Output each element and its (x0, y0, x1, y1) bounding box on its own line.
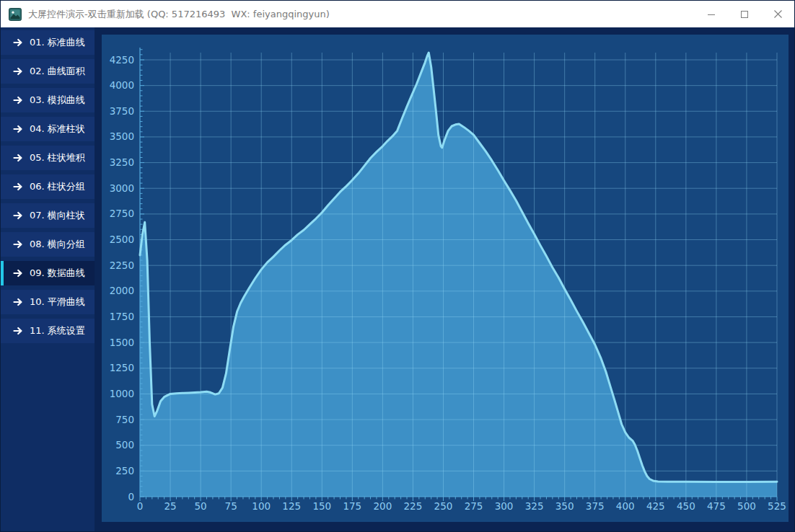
x-tick-label: 175 (343, 500, 361, 512)
y-tick-label: 4000 (110, 79, 134, 91)
x-tick-label: 100 (252, 500, 271, 512)
x-tick-label: 475 (707, 500, 726, 512)
window-title: 大屏控件演示-双击重新加载 (QQ: 517216493 WX: feiyang… (28, 8, 330, 21)
sidebar-item-02[interactable]: 02. 曲线面积 (1, 59, 95, 84)
y-tick-label: 250 (115, 465, 134, 476)
arrow-right-icon (13, 182, 23, 192)
sidebar-item-label: 07. 横向柱状 (30, 209, 85, 222)
content-area: 01. 标准曲线02. 曲线面积03. 模拟曲线04. 标准柱状05. 柱状堆积… (1, 27, 794, 531)
arrow-right-icon (13, 153, 23, 163)
y-tick-label: 4250 (110, 54, 134, 66)
sidebar-item-11[interactable]: 11. 系统设置 (1, 319, 95, 343)
x-tick-label: 125 (282, 500, 301, 512)
x-tick-label: 450 (677, 500, 695, 512)
chart-panel: 0255075100125150175200225250275300325350… (102, 35, 789, 522)
close-button[interactable] (761, 1, 794, 27)
sidebar-item-04[interactable]: 04. 标准柱状 (1, 117, 95, 141)
sidebar-item-label: 10. 平滑曲线 (30, 296, 85, 309)
sidebar-item-label: 05. 柱状堆积 (30, 151, 85, 164)
x-tick-label: 0 (137, 500, 144, 512)
x-tick-label: 375 (586, 500, 605, 512)
sidebar-item-03[interactable]: 03. 模拟曲线 (1, 88, 95, 112)
x-axis-labels: 0255075100125150175200225250275300325350… (137, 500, 786, 512)
y-tick-label: 1000 (110, 388, 134, 399)
arrow-right-icon (13, 95, 23, 105)
window-controls (695, 1, 794, 27)
y-tick-label: 1500 (110, 337, 134, 348)
x-tick-label: 350 (555, 500, 574, 512)
y-tick-label: 2750 (110, 208, 134, 219)
close-icon (773, 9, 783, 19)
y-tick-label: 0 (128, 491, 134, 502)
y-tick-label: 750 (115, 414, 134, 425)
sidebar-item-label: 09. 数据曲线 (30, 267, 85, 280)
x-tick-label: 200 (373, 500, 392, 512)
sidebar-item-09[interactable]: 09. 数据曲线 (1, 261, 95, 285)
maximize-icon (740, 10, 749, 19)
series-area-fill (140, 53, 777, 497)
x-tick-label: 75 (225, 500, 237, 512)
y-tick-label: 2250 (110, 260, 134, 271)
y-tick-label: 2500 (110, 234, 134, 245)
y-tick-label: 1250 (110, 362, 134, 373)
minimize-button[interactable] (695, 1, 728, 27)
arrow-right-icon (13, 124, 23, 134)
maximize-button[interactable] (728, 1, 761, 27)
y-tick-label: 3750 (110, 105, 134, 117)
sidebar-item-05[interactable]: 05. 柱状堆积 (1, 146, 95, 170)
area-chart: 0255075100125150175200225250275300325350… (102, 35, 789, 522)
arrow-right-icon (13, 326, 23, 336)
x-tick-label: 150 (312, 500, 331, 512)
arrow-right-icon (13, 297, 23, 307)
sidebar-item-label: 03. 模拟曲线 (30, 94, 85, 107)
arrow-right-icon (13, 268, 23, 278)
sidebar-item-label: 02. 曲线面积 (30, 65, 85, 78)
y-axis-labels: 0250500750100012501500175020002250250027… (110, 54, 134, 502)
sidebar-item-label: 06. 柱状分组 (30, 180, 85, 193)
sidebar-item-07[interactable]: 07. 横向柱状 (1, 203, 95, 228)
arrow-right-icon (13, 239, 23, 249)
sidebar-item-label: 04. 标准柱状 (30, 123, 85, 136)
arrow-right-icon (13, 66, 23, 76)
x-tick-label: 250 (434, 500, 453, 512)
x-tick-label: 325 (525, 500, 544, 512)
sidebar-item-10[interactable]: 10. 平滑曲线 (1, 290, 95, 314)
x-tick-label: 500 (737, 500, 756, 512)
x-tick-label: 300 (495, 500, 514, 512)
y-tick-label: 2000 (110, 285, 134, 296)
minimize-icon (707, 10, 716, 19)
x-tick-label: 525 (768, 500, 786, 512)
titlebar[interactable]: 大屏控件演示-双击重新加载 (QQ: 517216493 WX: feiyang… (1, 1, 794, 27)
sidebar-item-06[interactable]: 06. 柱状分组 (1, 174, 95, 199)
sidebar-item-08[interactable]: 08. 横向分组 (1, 232, 95, 257)
x-tick-label: 275 (465, 500, 483, 512)
y-tick-label: 1750 (110, 311, 134, 322)
app-window: 大屏控件演示-双击重新加载 (QQ: 517216493 WX: feiyang… (0, 0, 795, 532)
x-tick-label: 425 (646, 500, 665, 512)
arrow-right-icon (13, 210, 23, 221)
sidebar-item-01[interactable]: 01. 标准曲线 (1, 30, 95, 55)
sidebar-item-label: 08. 横向分组 (30, 238, 85, 251)
sidebar-item-label: 11. 系统设置 (30, 324, 85, 337)
y-tick-label: 3250 (110, 156, 134, 168)
sidebar-item-label: 01. 标准曲线 (30, 36, 85, 49)
x-tick-label: 50 (195, 500, 207, 512)
sidebar: 01. 标准曲线02. 曲线面积03. 模拟曲线04. 标准柱状05. 柱状堆积… (1, 27, 95, 531)
y-tick-label: 3000 (110, 182, 134, 194)
x-tick-label: 25 (164, 500, 176, 512)
arrow-right-icon (13, 37, 23, 48)
active-indicator (1, 261, 4, 285)
y-tick-label: 3500 (110, 130, 134, 142)
x-tick-label: 225 (404, 500, 423, 512)
y-tick-label: 500 (115, 439, 134, 451)
x-tick-label: 400 (616, 500, 635, 512)
landscape-photo-icon (9, 8, 22, 21)
